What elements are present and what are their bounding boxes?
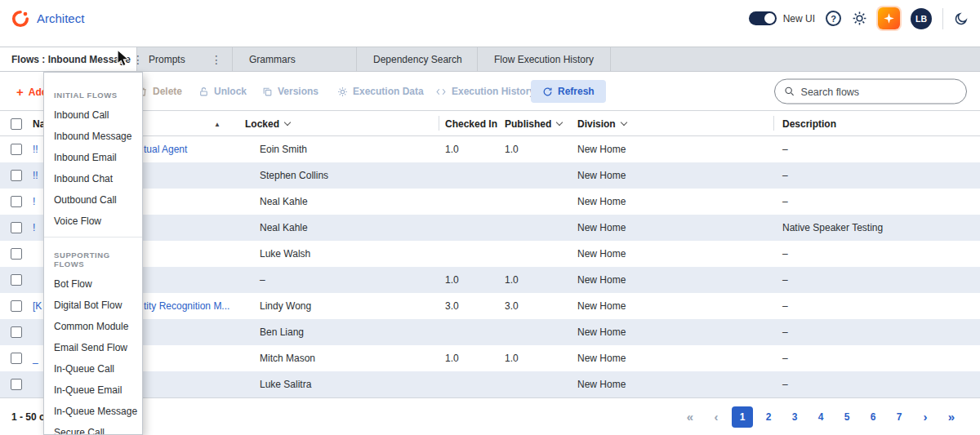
- delete-button[interactable]: Delete: [137, 86, 182, 97]
- menu-item-secure-call[interactable]: Secure Call: [44, 422, 142, 435]
- table-row[interactable]: ! Neal Kahle New Home –: [0, 189, 980, 215]
- code-brackets-icon: [435, 87, 447, 97]
- row-checkbox[interactable]: [11, 326, 22, 338]
- dark-mode-moon-icon[interactable]: [954, 11, 969, 26]
- row-checkbox[interactable]: [11, 300, 22, 312]
- help-icon[interactable]: ?: [826, 11, 841, 26]
- tab-flows-inbound-message[interactable]: Flows : Inbound Message ⋮: [0, 47, 137, 71]
- menu-item-email-send-flow[interactable]: Email Send Flow: [44, 337, 142, 358]
- flow-name-fragment[interactable]: !!: [33, 162, 38, 189]
- menu-item-voice-flow[interactable]: Voice Flow: [44, 211, 142, 232]
- refresh-button[interactable]: Refresh: [531, 80, 606, 103]
- table-row[interactable]: !! Stephen Collins New Home –: [0, 162, 980, 189]
- search-box: [774, 79, 967, 104]
- avatar[interactable]: LB: [911, 8, 932, 29]
- description: –: [782, 136, 788, 162]
- app-title: Architect: [37, 11, 84, 25]
- table-row[interactable]: !! tual Agent Eoin Smith 1.0 1.0 New Hom…: [0, 136, 980, 162]
- row-checkbox[interactable]: [11, 248, 22, 260]
- select-all-checkbox[interactable]: [11, 118, 22, 130]
- flow-name-fragment[interactable]: [K: [33, 293, 42, 319]
- unlock-button[interactable]: Unlock: [198, 86, 247, 97]
- page-button-4[interactable]: 4: [810, 406, 831, 428]
- division: New Home: [577, 293, 626, 319]
- page-button-7[interactable]: 7: [889, 406, 910, 428]
- locked-by: Luke Walsh: [260, 241, 310, 267]
- column-divider: [439, 116, 439, 131]
- chevron-down-icon[interactable]: [284, 119, 291, 126]
- page-button-6[interactable]: 6: [862, 406, 884, 428]
- tab-prompts[interactable]: Prompts ⋮: [137, 47, 233, 71]
- table-row[interactable]: ! Neal Kahle New Home Native Speaker Tes…: [0, 215, 980, 241]
- description: –: [782, 293, 788, 319]
- table-row[interactable]: Luke Walsh New Home –: [0, 241, 980, 267]
- page-button-1[interactable]: 1: [732, 406, 753, 428]
- column-header-locked[interactable]: Locked: [245, 111, 290, 137]
- row-checkbox[interactable]: [11, 222, 22, 233]
- table-row[interactable]: [K tity Recognition M... Lindy Wong 3.0 …: [0, 293, 980, 319]
- table-header: Name ▲ Locked Checked In Published Divis…: [0, 110, 980, 136]
- execution-history-button[interactable]: Execution History...: [435, 86, 542, 97]
- sort-ascending-icon[interactable]: ▲: [214, 121, 220, 128]
- published-version: 1.0: [505, 136, 519, 162]
- versions-button[interactable]: Versions: [262, 86, 318, 97]
- search-icon: [784, 86, 795, 98]
- tab-dependency-search[interactable]: Dependency Search: [357, 47, 478, 71]
- row-checkbox[interactable]: [11, 144, 22, 155]
- row-checkbox[interactable]: [11, 196, 22, 207]
- menu-item-inbound-email[interactable]: Inbound Email: [44, 147, 142, 168]
- chevron-down-icon[interactable]: [556, 119, 563, 126]
- new-ui-toggle[interactable]: [749, 11, 777, 25]
- row-checkbox[interactable]: [11, 170, 22, 181]
- flow-name-fragment[interactable]: _: [33, 345, 38, 371]
- description: –: [782, 267, 788, 293]
- menu-item-inbound-message[interactable]: Inbound Message: [44, 126, 142, 147]
- last-page-button[interactable]: »: [941, 406, 962, 428]
- menu-item-inbound-call[interactable]: Inbound Call: [44, 104, 142, 126]
- column-divider: [773, 116, 774, 131]
- row-checkbox[interactable]: [11, 379, 22, 390]
- checked-in-version: 1.0: [445, 136, 459, 162]
- menu-item-in-queue-message[interactable]: In-Queue Message: [44, 401, 142, 422]
- menu-item-bot-flow[interactable]: Bot Flow: [44, 273, 142, 295]
- tab-label: Grammars: [249, 54, 296, 65]
- locked-by: Eoin Smith: [260, 136, 307, 162]
- flow-name-fragment[interactable]: !!: [33, 136, 38, 162]
- tab-flow-execution-history[interactable]: Flow Execution History: [478, 47, 611, 71]
- locked-by: Mitch Mason: [260, 345, 315, 371]
- execution-data-button[interactable]: Execution Data: [337, 86, 424, 97]
- table-row[interactable]: _ Mitch Mason 1.0 1.0 New Home –: [0, 345, 980, 371]
- row-checkbox[interactable]: [11, 274, 22, 286]
- table-row[interactable]: Luke Salitra New Home –: [0, 371, 980, 397]
- next-page-button[interactable]: ›: [915, 406, 936, 428]
- page-button-5[interactable]: 5: [836, 406, 858, 428]
- settings-gear-icon[interactable]: [852, 11, 867, 26]
- menu-item-digital-bot-flow[interactable]: Digital Bot Flow: [44, 295, 142, 316]
- page-button-2[interactable]: 2: [758, 406, 779, 428]
- flow-name-link[interactable]: tual Agent: [144, 136, 187, 162]
- first-page-button[interactable]: «: [679, 406, 701, 428]
- flow-name-link[interactable]: tity Recognition M...: [144, 293, 229, 319]
- ai-assistant-button[interactable]: [878, 7, 900, 29]
- column-header-division[interactable]: Division: [577, 111, 626, 137]
- table-row[interactable]: Ben Liang New Home –: [0, 319, 980, 345]
- page-button-3[interactable]: 3: [784, 406, 805, 428]
- prev-page-button[interactable]: ‹: [706, 406, 727, 428]
- column-header-published[interactable]: Published: [505, 111, 562, 137]
- row-checkbox[interactable]: [11, 353, 22, 364]
- column-header-checked-in[interactable]: Checked In: [445, 111, 497, 137]
- menu-item-inbound-chat[interactable]: Inbound Chat: [44, 168, 142, 189]
- menu-item-common-module[interactable]: Common Module: [44, 316, 142, 337]
- chevron-down-icon[interactable]: [620, 119, 626, 126]
- menu-item-outbound-call[interactable]: Outbound Call: [44, 189, 142, 211]
- menu-item-in-queue-email[interactable]: In-Queue Email: [44, 380, 142, 401]
- menu-divider: [44, 237, 142, 237]
- flow-name-fragment[interactable]: !: [33, 189, 35, 215]
- search-input[interactable]: [801, 86, 957, 97]
- menu-item-in-queue-call[interactable]: In-Queue Call: [44, 358, 142, 380]
- table-row[interactable]: – 1.0 1.0 New Home –: [0, 267, 980, 293]
- flow-name-fragment[interactable]: !: [33, 215, 35, 241]
- tab-kebab-icon[interactable]: ⋮: [209, 53, 224, 66]
- tab-grammars[interactable]: Grammars: [233, 47, 357, 71]
- column-header-description[interactable]: Description: [782, 111, 836, 137]
